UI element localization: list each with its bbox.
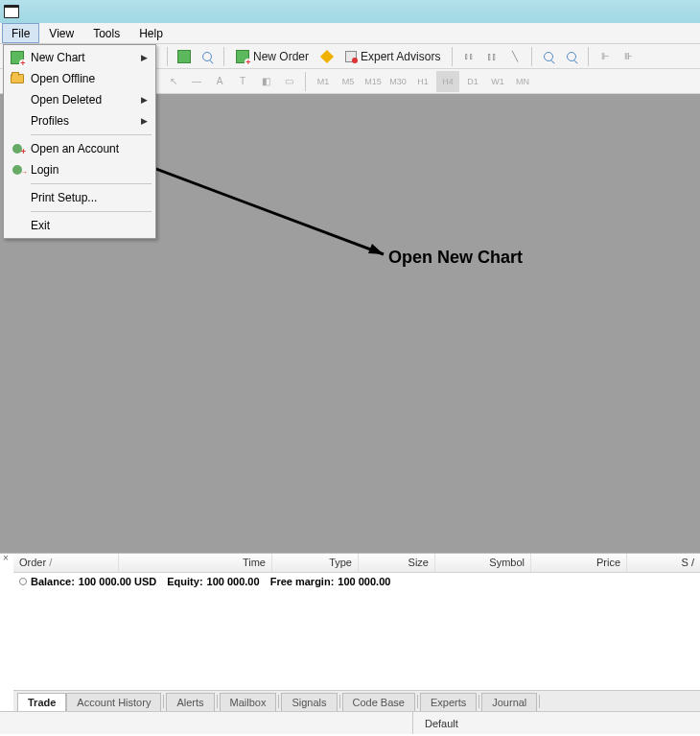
terminal-header-row: Order / Time Type Size Symbol Price S / xyxy=(13,554,700,573)
tf-m15[interactable]: M15 xyxy=(362,71,385,92)
tab-alerts[interactable]: Alerts xyxy=(166,693,214,711)
file-open-deleted-label: Open Deleted xyxy=(31,93,102,107)
menu-bar: File View Tools Help xyxy=(0,23,700,44)
line-button[interactable]: — xyxy=(186,71,207,92)
file-new-chart-label: New Chart xyxy=(31,51,85,64)
tab-separator xyxy=(339,695,340,708)
separator xyxy=(223,47,224,66)
shapes-button[interactable]: ▭ xyxy=(278,71,299,92)
object-button[interactable]: ◧ xyxy=(255,71,276,92)
tab-journal[interactable]: Journal xyxy=(481,693,537,711)
expert-icon xyxy=(345,51,357,62)
menu-help[interactable]: Help xyxy=(129,23,173,43)
zoom-in-button[interactable] xyxy=(538,46,559,67)
candlestick-button[interactable]: ⫾⫾ xyxy=(458,46,479,67)
terminal-balance-row[interactable]: Balance: 100 000.00 USD Equity: 100 000.… xyxy=(13,573,700,590)
col-sl[interactable]: S / xyxy=(627,554,700,572)
magnifier-icon xyxy=(202,52,212,61)
file-open-offline[interactable]: Open Offline xyxy=(6,68,153,89)
new-order-label: New Order xyxy=(253,50,309,63)
separator xyxy=(531,47,532,66)
tab-mailbox[interactable]: Mailbox xyxy=(220,693,277,711)
submenu-arrow-icon: ▶ xyxy=(141,95,148,105)
zoom-chart-button[interactable] xyxy=(197,46,218,67)
tf-m5[interactable]: M5 xyxy=(337,71,360,92)
file-profiles-label: Profiles xyxy=(31,114,69,128)
chart-button[interactable] xyxy=(174,46,195,67)
terminal-tabs: Trade Account History Alerts Mailbox Sig… xyxy=(13,690,700,711)
col-order[interactable]: Order / xyxy=(13,554,119,572)
menu-view[interactable]: View xyxy=(39,23,83,43)
file-print-setup[interactable]: Print Setup... xyxy=(6,187,153,208)
person-login-icon xyxy=(10,162,25,178)
tab-account-history[interactable]: Account History xyxy=(66,693,161,711)
file-login[interactable]: Login xyxy=(6,159,153,180)
file-open-account-label: Open an Account xyxy=(31,142,119,155)
separator xyxy=(167,47,168,66)
separator xyxy=(452,47,453,66)
tf-w1[interactable]: W1 xyxy=(486,71,509,92)
file-open-account[interactable]: Open an Account xyxy=(6,138,153,159)
file-print-setup-label: Print Setup... xyxy=(31,191,97,204)
terminal-close-button[interactable]: × xyxy=(0,553,12,564)
text-a-button[interactable]: A xyxy=(209,71,230,92)
new-chart-icon xyxy=(10,50,25,65)
new-order-icon xyxy=(236,50,249,63)
tab-trade[interactable]: Trade xyxy=(17,693,66,711)
expert-advisors-button[interactable]: Expert Advisors xyxy=(339,46,446,67)
terminal-pane: × Terminal Order / Time Type Size Symbol… xyxy=(0,553,700,711)
file-new-chart[interactable]: New Chart ▶ xyxy=(6,47,153,68)
tab-code-base[interactable]: Code Base xyxy=(342,693,415,711)
chart-icon xyxy=(177,50,191,63)
svg-marker-1 xyxy=(368,244,384,254)
file-exit[interactable]: Exit xyxy=(6,215,153,236)
file-open-deleted[interactable]: Open Deleted ▶ xyxy=(6,89,153,110)
terminal-body: Order / Time Type Size Symbol Price S / … xyxy=(13,554,700,711)
tab-signals[interactable]: Signals xyxy=(281,693,337,711)
menu-separator xyxy=(31,211,152,212)
separator xyxy=(305,72,306,91)
diamond-icon xyxy=(320,49,334,62)
col-type[interactable]: Type xyxy=(272,554,359,572)
expert-advisors-label: Expert Advisors xyxy=(361,50,440,63)
tf-h1[interactable]: H1 xyxy=(411,71,434,92)
equity-value: 100 000.00 xyxy=(207,576,260,587)
tf-h4[interactable]: H4 xyxy=(436,71,459,92)
cursor-button[interactable]: ↖ xyxy=(163,71,184,92)
tab-experts[interactable]: Experts xyxy=(420,693,477,711)
annotation-label: Open New Chart xyxy=(388,248,523,268)
zoom-out-button[interactable] xyxy=(561,46,582,67)
margin-label: Free margin: xyxy=(270,576,335,587)
menu-tools[interactable]: Tools xyxy=(83,23,129,43)
linechart-button[interactable]: ╲ xyxy=(504,46,525,67)
tab-separator xyxy=(539,695,540,708)
file-profiles[interactable]: Profiles ▶ xyxy=(6,110,153,131)
col-size[interactable]: Size xyxy=(359,554,435,572)
text-t-button[interactable]: T xyxy=(232,71,253,92)
tf-mn[interactable]: MN xyxy=(511,71,534,92)
shift-button[interactable]: ⊩ xyxy=(595,46,616,67)
tf-d1[interactable]: D1 xyxy=(461,71,484,92)
tf-m30[interactable]: M30 xyxy=(386,71,409,92)
zoom-in-icon xyxy=(544,52,553,61)
person-add-icon xyxy=(10,141,25,156)
status-default: Default xyxy=(412,712,700,734)
row-bullet-icon xyxy=(19,578,27,585)
new-order-button[interactable]: New Order xyxy=(230,46,315,67)
col-price[interactable]: Price xyxy=(531,554,627,572)
tf-m1[interactable]: M1 xyxy=(312,71,335,92)
col-symbol[interactable]: Symbol xyxy=(435,554,531,572)
balance-label: Balance: xyxy=(31,576,75,587)
autotrading-button[interactable] xyxy=(316,46,338,67)
tab-separator xyxy=(417,695,418,708)
equity-label: Equity: xyxy=(167,576,202,587)
menu-separator xyxy=(31,134,152,135)
col-time[interactable]: Time xyxy=(119,554,272,572)
balance-value: 100 000.00 USD xyxy=(79,576,156,587)
menu-separator xyxy=(31,183,152,184)
zoom-out-icon xyxy=(567,52,576,61)
autoscroll-button[interactable]: ⊪ xyxy=(618,46,639,67)
margin-value: 100 000.00 xyxy=(338,576,390,587)
barchart-button[interactable]: ⫿⫿ xyxy=(481,46,502,67)
menu-file[interactable]: File xyxy=(2,23,39,43)
